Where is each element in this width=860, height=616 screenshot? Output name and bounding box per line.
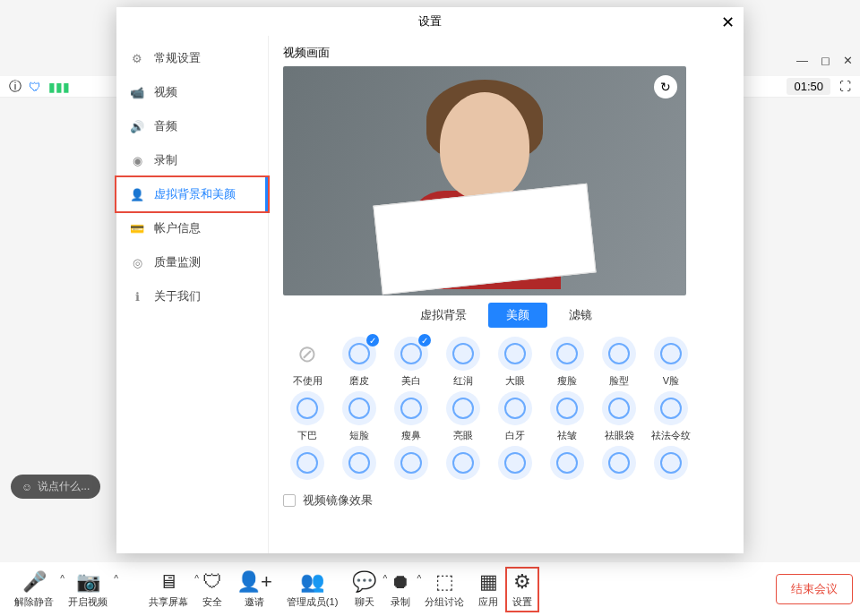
beauty-option-瘦脸[interactable]: 瘦脸 xyxy=(543,337,591,388)
beauty-option-下巴[interactable]: 下巴 xyxy=(283,391,331,442)
option-label: 不使用 xyxy=(293,374,322,388)
beauty-option-blank[interactable] xyxy=(543,446,591,483)
sidebar-icon: 🔊 xyxy=(129,120,145,133)
beauty-option-blank[interactable] xyxy=(595,446,643,483)
toolbar-label: 开启视频 xyxy=(68,595,108,609)
video-preview: ↻ xyxy=(283,66,686,295)
emoji-icon[interactable]: ☺ xyxy=(22,481,32,493)
toolbar-录制[interactable]: ⏺录制 xyxy=(383,567,417,612)
mirror-checkbox[interactable] xyxy=(283,494,296,507)
sidebar-label: 虚拟背景和美颜 xyxy=(154,186,236,202)
face-icon xyxy=(348,452,370,474)
sidebar-item-视频[interactable]: 📹视频 xyxy=(116,75,268,109)
beauty-option-V脸[interactable]: V脸 xyxy=(647,337,695,388)
end-meeting-button[interactable]: 结束会议 xyxy=(776,574,853,604)
settings-sidebar: ⚙常规设置📹视频🔊音频◉录制👤虚拟背景和美颜💳帐户信息◎质量监测ℹ关于我们 xyxy=(116,36,269,553)
beauty-option-blank[interactable] xyxy=(491,446,539,483)
beauty-option-白牙[interactable]: 白牙 xyxy=(491,391,539,442)
beauty-option-blank[interactable] xyxy=(439,446,487,483)
beauty-option-不使用[interactable]: 不使用 xyxy=(283,337,331,388)
beauty-option-blank[interactable] xyxy=(283,446,331,483)
设置-icon: ⚙ xyxy=(513,570,531,594)
beauty-option-脸型[interactable]: 脸型 xyxy=(595,337,643,388)
toolbar-解除静音[interactable]: 🎤解除静音 xyxy=(7,567,61,612)
sidebar-item-音频[interactable]: 🔊音频 xyxy=(116,109,268,143)
subtab-美颜[interactable]: 美颜 xyxy=(488,303,547,328)
toolbar-应用[interactable]: ▦应用 xyxy=(471,567,505,612)
管理成员(1)-icon: 👥 xyxy=(300,570,324,594)
dialog-title: 设置 xyxy=(418,13,442,30)
beauty-option-祛法令纹[interactable]: 祛法令纹 xyxy=(647,391,695,442)
beauty-option-大眼[interactable]: 大眼 xyxy=(491,337,539,388)
rotate-camera-icon[interactable]: ↻ xyxy=(654,75,677,98)
toolbar-安全[interactable]: 🛡安全 xyxy=(195,567,229,612)
info-icon[interactable]: ⓘ xyxy=(9,79,22,95)
beauty-option-blank[interactable] xyxy=(387,446,435,483)
beauty-option-短脸[interactable]: 短脸 xyxy=(335,391,383,442)
option-label: 美白 xyxy=(401,374,421,388)
sidebar-label: 常规设置 xyxy=(154,50,201,66)
shield-icon[interactable]: 🛡 xyxy=(29,80,41,94)
开启视频-icon: 📷 xyxy=(76,570,100,594)
beauty-option-祛皱[interactable]: 祛皱 xyxy=(543,391,591,442)
beauty-option-美白[interactable]: ✓美白 xyxy=(387,337,435,388)
mirror-label: 视频镜像效果 xyxy=(303,492,373,509)
sidebar-item-质量监测[interactable]: ◎质量监测 xyxy=(116,245,268,279)
toolbar-开启视频[interactable]: 📷开启视频 xyxy=(61,567,115,612)
check-icon: ✓ xyxy=(366,334,379,346)
toolbar-管理成员(1)[interactable]: 👥管理成员(1) xyxy=(280,567,345,612)
toolbar-共享屏幕[interactable]: 🖥共享屏幕 xyxy=(142,567,195,612)
dialog-title-bar: 设置 ✕ xyxy=(116,7,744,36)
sidebar-item-帐户信息[interactable]: 💳帐户信息 xyxy=(116,211,268,245)
mirror-row[interactable]: 视频镜像效果 xyxy=(283,492,729,509)
settings-content: 视频画面 ↻ 虚拟背景美颜滤镜 不使用✓磨皮✓美白红润大眼瘦脸脸型V脸下巴短脸瘦… xyxy=(269,36,744,553)
beauty-option-亮眼[interactable]: 亮眼 xyxy=(439,391,487,442)
sidebar-icon: ◎ xyxy=(129,256,145,270)
close-icon[interactable]: ✕ xyxy=(721,13,735,32)
beauty-option-磨皮[interactable]: ✓磨皮 xyxy=(335,337,383,388)
sidebar-item-常规设置[interactable]: ⚙常规设置 xyxy=(116,41,268,75)
sidebar-item-录制[interactable]: ◉录制 xyxy=(116,143,268,177)
beauty-option-红润[interactable]: 红润 xyxy=(439,337,487,388)
toolbar-邀请[interactable]: 👤+邀请 xyxy=(229,567,280,612)
signal-icon[interactable]: ▮▮▮ xyxy=(48,80,70,94)
minimize-icon[interactable]: — xyxy=(796,54,808,67)
beauty-option-blank[interactable] xyxy=(647,446,695,483)
sidebar-item-虚拟背景和美颜[interactable]: 👤虚拟背景和美颜 xyxy=(116,177,268,211)
face-icon xyxy=(608,452,630,474)
fullscreen-icon[interactable]: ⛶ xyxy=(839,80,851,93)
maximize-icon[interactable]: ◻ xyxy=(821,54,830,67)
face-icon xyxy=(348,398,370,419)
sidebar-label: 录制 xyxy=(154,152,177,168)
共享屏幕-icon: 🖥 xyxy=(159,570,178,594)
chat-input-pill[interactable]: ☺ 说点什么... xyxy=(11,475,100,499)
sidebar-item-关于我们[interactable]: ℹ关于我们 xyxy=(116,279,268,313)
subtab-虚拟背景[interactable]: 虚拟背景 xyxy=(402,303,485,328)
toolbar-label: 管理成员(1) xyxy=(287,595,338,609)
sidebar-icon: 📹 xyxy=(129,86,145,99)
face-icon xyxy=(608,398,630,419)
face-icon xyxy=(660,398,682,419)
face-icon xyxy=(556,343,578,364)
beauty-option-blank[interactable] xyxy=(335,446,383,483)
sidebar-label: 视频 xyxy=(154,84,177,100)
toolbar-设置[interactable]: ⚙设置 xyxy=(505,567,539,612)
subtab-滤镜[interactable]: 滤镜 xyxy=(551,303,610,328)
sidebar-label: 质量监测 xyxy=(154,254,201,270)
face-icon xyxy=(297,398,318,419)
bottom-toolbar: 🎤解除静音📷开启视频🖥共享屏幕🛡安全👤+邀请👥管理成员(1)💬聊天⏺录制⬚分组讨… xyxy=(0,562,860,616)
face-icon xyxy=(556,452,578,474)
beauty-option-祛眼袋[interactable]: 祛眼袋 xyxy=(595,391,643,442)
face-icon xyxy=(400,452,422,474)
toolbar-聊天[interactable]: 💬聊天 xyxy=(345,567,383,612)
beauty-option-瘦鼻[interactable]: 瘦鼻 xyxy=(387,391,435,442)
option-label: 脸型 xyxy=(609,374,629,388)
应用-icon: ▦ xyxy=(479,570,498,594)
toolbar-分组讨论[interactable]: ⬚分组讨论 xyxy=(417,567,471,612)
settings-dialog: 设置 ✕ ⚙常规设置📹视频🔊音频◉录制👤虚拟背景和美颜💳帐户信息◎质量监测ℹ关于… xyxy=(116,7,744,553)
邀请-icon: 👤+ xyxy=(236,570,272,594)
close-window-icon[interactable]: ✕ xyxy=(843,54,853,67)
option-label: 下巴 xyxy=(297,429,317,442)
window-controls: — ◻ ✕ xyxy=(796,54,853,67)
beauty-grid: 不使用✓磨皮✓美白红润大眼瘦脸脸型V脸下巴短脸瘦鼻亮眼白牙祛皱祛眼袋祛法令纹 xyxy=(283,337,729,483)
